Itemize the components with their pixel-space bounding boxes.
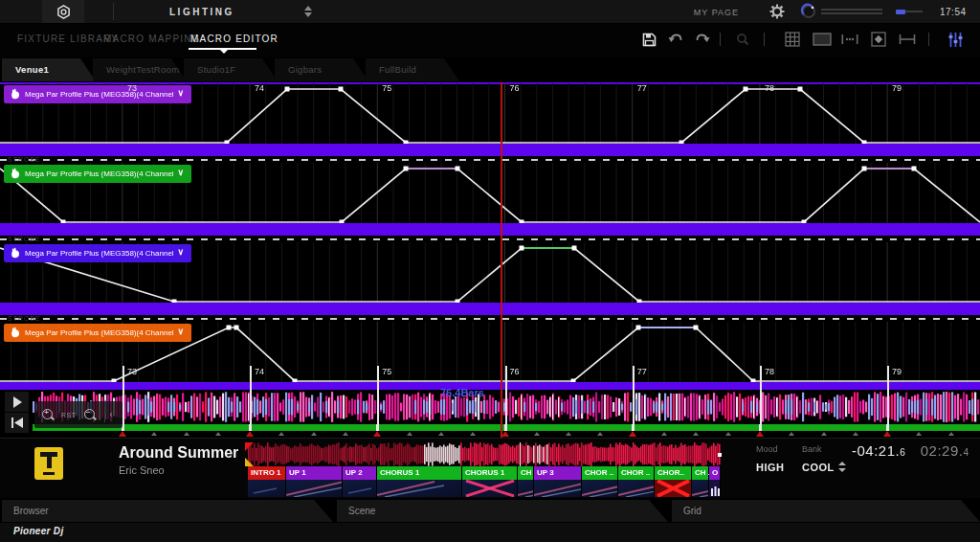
bar-number-top: 78 xyxy=(765,83,774,93)
phrase-section[interactable]: UP 3 xyxy=(534,466,582,480)
scene-thumbnail[interactable] xyxy=(692,480,709,497)
bar-number-top: 76 xyxy=(510,83,520,93)
tab-macro-editor[interactable]: MACRO EDITOR xyxy=(190,34,278,44)
venue-tab-venue1[interactable]: Venue1 xyxy=(2,58,96,81)
color-row-bar[interactable] xyxy=(0,144,980,156)
chevron-down-icon[interactable]: ∨ xyxy=(177,88,184,98)
chevron-down-icon[interactable]: ∨ xyxy=(177,247,184,257)
phrase-label: CHOR .. xyxy=(585,468,613,477)
gear-icon[interactable] xyxy=(769,4,785,23)
fixture-name: Mega Par Profile Plus (MEG358)(4 Channel xyxy=(25,90,176,99)
track-type-icon xyxy=(34,447,63,480)
bar-number-bottom: 78 xyxy=(765,367,774,376)
panel-browser[interactable]: Browser xyxy=(2,500,333,522)
color-row-bar[interactable] xyxy=(0,223,980,236)
scene-thumbnail[interactable] xyxy=(286,480,343,497)
fixture-hand-icon xyxy=(4,325,20,342)
track-header[interactable]: Mega Par Profile Plus (MEG358)(4 Channel… xyxy=(4,165,191,183)
bar-tick-line xyxy=(250,366,252,431)
venue-tab-weighttestroom[interactable]: WeightTestRoom xyxy=(93,58,187,81)
phrase-section[interactable]: UP 1 xyxy=(286,466,343,480)
fixture-name: Mega Par Profile Plus (MEG358)(4 Channel xyxy=(25,169,176,178)
zoom-out-icon[interactable]: − xyxy=(84,409,97,421)
phrase-section[interactable]: CHORUS 1 xyxy=(377,466,462,480)
track-overview-waveform[interactable] xyxy=(248,442,721,466)
collapse-chevron-icon[interactable]: ‹ xyxy=(110,409,113,419)
track-header[interactable]: Mega Par Profile Plus (MEG358)(4 Channel… xyxy=(4,324,191,342)
grid-icon[interactable] xyxy=(783,30,802,49)
mode-selector-chevrons[interactable] xyxy=(304,6,312,17)
panel-scene[interactable]: Scene xyxy=(337,500,668,522)
scene-thumbnail[interactable] xyxy=(518,480,534,497)
search-icon[interactable] xyxy=(733,30,752,49)
crossfader-track-bottom[interactable] xyxy=(821,12,882,14)
chevron-up-icon xyxy=(304,6,312,11)
bar-number-top: 75 xyxy=(382,83,391,93)
scene-thumbnail[interactable] xyxy=(709,480,721,497)
bottom-panel-bar: Browser Scene Grid xyxy=(0,498,980,522)
phrase-label: UP 2 xyxy=(345,468,363,477)
phrase-section[interactable]: INTRO 1 xyxy=(248,466,286,480)
phrase-label: CHOR .. xyxy=(621,468,650,477)
undo-icon[interactable] xyxy=(666,30,685,49)
phrase-section[interactable]: CHOR .. xyxy=(582,466,618,480)
scene-thumbnail[interactable] xyxy=(582,480,618,497)
venue-tab-studio1f[interactable]: Studio1F xyxy=(184,58,278,81)
menu-bar: FIXTURE LIBRARY MACRO MAPPING MACRO EDIT… xyxy=(0,24,980,57)
redo-icon[interactable] xyxy=(693,30,712,49)
chevron-down-icon[interactable]: ∨ xyxy=(177,168,184,177)
phrase-section[interactable]: CHOR.. xyxy=(655,466,692,480)
rectangle-select-icon[interactable] xyxy=(813,30,832,49)
fixture-hand-icon xyxy=(4,166,20,183)
playhead[interactable] xyxy=(501,82,502,438)
divider xyxy=(113,3,114,20)
zoom-in-icon[interactable]: + xyxy=(42,409,55,421)
track-header[interactable]: Mega Par Profile Plus (MEG358)(4 Channel… xyxy=(4,85,191,103)
scene-thumbnail[interactable] xyxy=(343,480,377,497)
color-row-bar[interactable] xyxy=(0,382,980,390)
phrase-section[interactable]: CH .. xyxy=(692,466,709,480)
play-button[interactable] xyxy=(5,392,29,412)
volume-slider-handle[interactable] xyxy=(896,10,905,14)
scene-thumbnail[interactable] xyxy=(248,480,286,497)
venue-tab-gigbars[interactable]: Gigbars xyxy=(275,58,368,81)
scene-thumbnail[interactable] xyxy=(462,480,518,497)
scene-thumbnail[interactable] xyxy=(655,480,692,497)
save-icon[interactable] xyxy=(639,30,658,49)
scene-thumbnail[interactable] xyxy=(618,480,655,497)
strobe-dash-line xyxy=(0,318,980,320)
tab-macro-mapping[interactable]: MACRO MAPPING xyxy=(103,34,201,44)
rekordbox-logo-icon[interactable] xyxy=(42,0,84,23)
spread-points-icon[interactable] xyxy=(840,30,859,49)
scene-thumbnail[interactable] xyxy=(534,480,582,497)
chevron-down-icon[interactable]: ∨ xyxy=(177,327,184,336)
skip-start-button[interactable] xyxy=(5,413,29,433)
bank-label: Bank xyxy=(802,444,822,454)
fixture-hand-icon xyxy=(4,245,20,262)
macro-editor-timeline: Mega Par Profile Plus (MEG358)(4 Channel… xyxy=(0,82,980,438)
scene-thumbnail[interactable] xyxy=(377,480,462,497)
crossfader-track-top[interactable] xyxy=(821,9,882,11)
phrase-section[interactable]: CHORUS 1 xyxy=(462,466,518,480)
venue-tab-label: Studio1F xyxy=(197,64,235,75)
phrase-label: CHOR.. xyxy=(657,468,684,477)
panel-grid[interactable]: Grid xyxy=(672,500,980,522)
phrase-section[interactable]: CH xyxy=(518,466,534,480)
track-header[interactable]: Mega Par Profile Plus (MEG358)(4 Channel… xyxy=(4,244,191,262)
span-icon[interactable] xyxy=(898,30,917,49)
bank-value[interactable]: COOL xyxy=(802,462,835,473)
venue-tab-fullbuild[interactable]: FullBuild xyxy=(366,58,459,81)
phrase-label: CHORUS 1 xyxy=(465,468,504,477)
master-knob[interactable] xyxy=(800,3,817,24)
keyframe-icon[interactable] xyxy=(869,30,888,49)
mixer-icon[interactable] xyxy=(946,30,965,49)
phrase-section[interactable]: O xyxy=(709,466,721,480)
color-row-bar[interactable] xyxy=(0,303,980,315)
phrase-label: CHORUS 1 xyxy=(380,468,419,477)
strobe-dash-line xyxy=(0,238,980,240)
bank-selector-chevrons[interactable] xyxy=(838,462,846,472)
my-page-button[interactable]: MY PAGE xyxy=(694,8,739,17)
zoom-reset-button[interactable]: RST xyxy=(61,412,77,418)
phrase-section[interactable]: CHOR .. xyxy=(618,466,655,480)
phrase-section[interactable]: UP 2 xyxy=(343,466,377,480)
